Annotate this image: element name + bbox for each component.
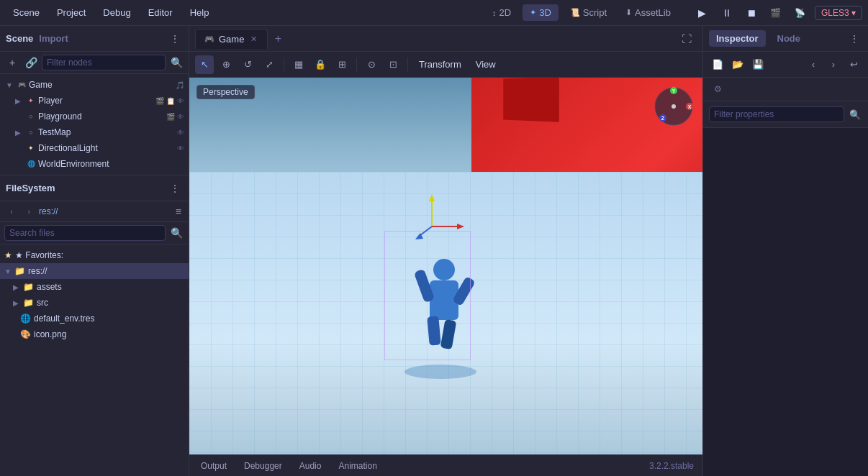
fs-item-assets[interactable]: ▶ 📁 assets <box>0 279 189 295</box>
debugger-tab[interactable]: Debugger <box>241 459 285 472</box>
output-tab[interactable]: Output <box>198 459 230 472</box>
fs-item-src[interactable]: ▶ 📁 src <box>0 295 189 311</box>
mode-buttons: ↕ 2D ✦ 3D 📜 Script ⬇ AssetLib <box>485 4 678 21</box>
tab-game[interactable]: 🎮 Game ✕ <box>195 29 268 49</box>
fs-forward-button[interactable]: › <box>22 204 36 219</box>
filesystem-options-button[interactable]: ⋮ <box>167 180 183 196</box>
center-panel: 🎮 Game ✕ + ⛶ ↖ ⊕ ↺ ⤢ ▦ 🔒 ⊞ ⊙ ⊡ Transform… <box>189 26 702 476</box>
link-node-button[interactable]: 🔗 <box>23 55 39 70</box>
res-arrow-icon: ▼ <box>4 267 12 275</box>
filter-nodes-input[interactable] <box>42 55 166 70</box>
game-arrow-icon: ▼ <box>6 81 14 89</box>
tab-add-button[interactable]: + <box>269 30 286 47</box>
svg-text:X: X <box>688 104 692 109</box>
renderer-badge[interactable]: GLES3 ▾ <box>815 6 862 20</box>
res-folder-icon: 📁 <box>14 266 25 276</box>
transform-gizmo <box>410 191 468 248</box>
tool-local-button[interactable]: ▦ <box>289 55 308 74</box>
mode-3d[interactable]: ✦ 3D <box>523 4 559 21</box>
viewport-3d[interactable]: Y X Z Perspective <box>189 78 702 454</box>
scene-options-button[interactable]: ⋮ <box>167 31 183 47</box>
menu-help[interactable]: Help <box>183 4 217 21</box>
src-folder-icon: 📁 <box>23 298 34 308</box>
add-node-button[interactable]: + <box>4 55 20 70</box>
inspector-next-button[interactable]: › <box>825 56 842 73</box>
toolbar-right: ▶ ⏸ ⏹ 🎬 📡 GLES3 ▾ <box>692 3 862 23</box>
animation-tab[interactable]: Animation <box>335 459 379 472</box>
dlight-node-icon: ✦ <box>26 143 36 153</box>
icon-file-icon: 🎨 <box>20 329 31 339</box>
game-node-icon: 🎮 <box>17 80 27 90</box>
filter-search-icon: 🔍 <box>847 106 862 123</box>
inspector-history-button[interactable]: ↩ <box>845 56 862 73</box>
transform-dropdown[interactable]: Transform <box>413 57 467 72</box>
fs-search-icon: 🔍 <box>168 225 184 241</box>
env-label: default_env.tres <box>34 313 95 324</box>
tool-rotate-button[interactable]: ↺ <box>238 55 257 74</box>
play-button[interactable]: ▶ <box>692 3 713 23</box>
fs-item-icon-png[interactable]: 🎨 icon.png <box>0 326 189 342</box>
tree-node-player[interactable]: ▶ ✦ Player 🎬 📋 👁 <box>0 93 189 109</box>
svg-point-13 <box>672 104 676 109</box>
svg-text:Z: Z <box>661 116 665 121</box>
pause-button[interactable]: ⏸ <box>717 3 737 23</box>
toolbar-separator-3 <box>407 58 408 72</box>
tree-node-worldenv[interactable]: 🌐 WorldEnvironment <box>0 156 189 172</box>
fs-view-toggle[interactable]: ≡ <box>173 204 184 219</box>
inspector-options-button[interactable]: ⋮ <box>846 31 862 47</box>
fs-item-res[interactable]: ▼ 📁 res:// <box>0 263 189 279</box>
tool-camera-button[interactable]: ⊙ <box>362 55 381 74</box>
playground-node-icon: ○ <box>26 111 36 122</box>
inspector-prev-button[interactable]: ‹ <box>805 56 822 73</box>
inspector-new-script-button[interactable]: 📄 <box>709 56 726 73</box>
tab-close-button[interactable]: ✕ <box>248 34 258 44</box>
fullscreen-button[interactable]: ⛶ <box>677 29 697 49</box>
tree-node-directionallight[interactable]: ✦ DirectionalLight 👁 <box>0 140 189 156</box>
tree-node-game[interactable]: ▼ 🎮 Game 🎵 <box>0 77 189 93</box>
perspective-label[interactable]: Perspective <box>196 85 255 99</box>
tool-extra-button[interactable]: ⊡ <box>384 55 402 74</box>
tool-snap-button[interactable]: ⊞ <box>333 55 351 74</box>
menu-scene[interactable]: Scene <box>6 4 47 21</box>
import-tab[interactable]: Import <box>39 33 68 44</box>
fs-item-default-env[interactable]: 🌐 default_env.tres <box>0 311 189 326</box>
movie-button[interactable]: 🎬 <box>766 3 786 23</box>
inspector-content <box>703 128 868 476</box>
tool-lock-button[interactable]: 🔒 <box>311 55 330 74</box>
audio-tab[interactable]: Audio <box>297 459 325 472</box>
menu-debug[interactable]: Debug <box>96 4 137 21</box>
inspector-toolbar: 📄 📂 💾 ‹ › ↩ <box>703 52 868 78</box>
character-3d <box>415 248 473 349</box>
toolbar-separator-1 <box>284 58 284 72</box>
inspector-save-button[interactable]: 💾 <box>749 56 767 73</box>
game-node-label: Game <box>29 80 173 90</box>
filter-properties-input[interactable] <box>709 106 844 122</box>
tool-move-button[interactable]: ⊕ <box>217 55 235 74</box>
tool-select-button[interactable]: ↖ <box>195 55 214 74</box>
fs-search-input[interactable] <box>4 225 166 241</box>
mode-2d[interactable]: ↕ 2D <box>485 4 518 21</box>
mode-assetlib[interactable]: ⬇ AssetLib <box>618 4 678 21</box>
favorites-label: ★ Favorites: <box>15 250 63 260</box>
orientation-gizmo: Y X Z <box>652 85 695 128</box>
inspector-tab[interactable]: Inspector <box>709 30 766 47</box>
tree-node-playground[interactable]: ○ Playground 🎬 👁 <box>0 109 189 124</box>
remote-button[interactable]: 📡 <box>790 3 810 23</box>
player-arrow-icon: ▶ <box>15 97 24 105</box>
menu-project[interactable]: Project <box>50 4 93 21</box>
node-tab[interactable]: Node <box>770 30 808 47</box>
inspector-open-button[interactable]: 📂 <box>729 56 746 73</box>
menu-bar: Scene Project Debug Editor Help ↕ 2D ✦ 3… <box>0 0 868 26</box>
game-row-icons: 🎵 <box>176 81 184 89</box>
tool-scale-button[interactable]: ⤢ <box>260 55 279 74</box>
mode-script[interactable]: 📜 Script <box>563 4 614 21</box>
fs-favorites-header: ★ ★ Favorites: <box>0 247 189 263</box>
fs-back-button[interactable]: ‹ <box>4 204 19 219</box>
view-dropdown[interactable]: View <box>470 57 502 72</box>
tree-node-testmap[interactable]: ▶ ○ TestMap 👁 <box>0 124 189 140</box>
testmap-node-icon: ○ <box>26 127 36 137</box>
menu-editor[interactable]: Editor <box>141 4 180 21</box>
stop-button[interactable]: ⏹ <box>741 3 761 23</box>
icon-label: icon.png <box>34 329 66 339</box>
player-node-label: Player <box>38 96 153 106</box>
